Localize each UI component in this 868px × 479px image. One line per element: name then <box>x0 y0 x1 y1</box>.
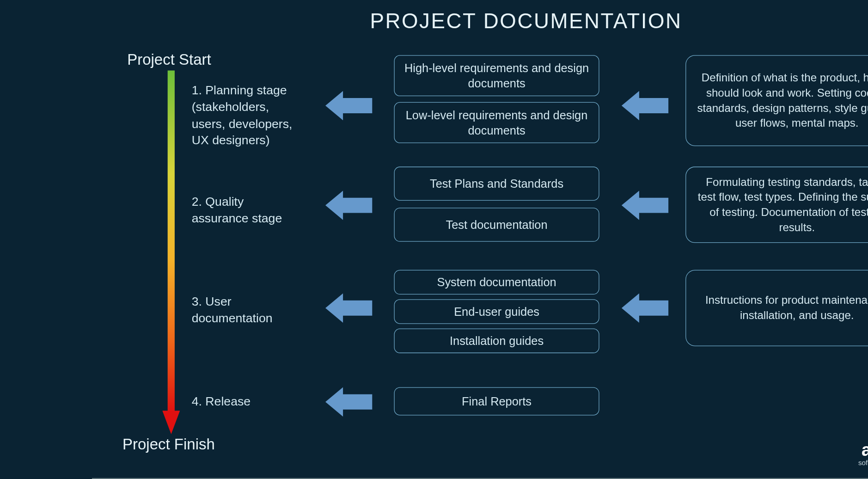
arrow-left-icon <box>622 88 669 123</box>
svg-marker-1 <box>162 411 180 434</box>
doc-box: Test documentation <box>394 208 599 242</box>
stage-3-label: 3. User documentation <box>192 293 321 326</box>
stage-1-label: 1. Planning stage (stakeholders, users, … <box>192 82 321 149</box>
stage-3-description: Instructions for product maintenance, in… <box>685 270 868 346</box>
brand-name: altexsoft <box>858 440 868 460</box>
svg-marker-2 <box>325 91 373 120</box>
arrow-left-icon <box>325 290 373 325</box>
doc-box: System documentation <box>394 270 599 295</box>
doc-box: Installation guides <box>394 329 599 353</box>
brand-tagline: software r&d engineering <box>858 459 868 467</box>
svg-marker-4 <box>325 190 373 220</box>
doc-box: High-level requirements and design docum… <box>394 55 599 96</box>
stage-2-label: 2. Quality assurance stage <box>192 194 321 227</box>
doc-box: End-user guides <box>394 299 599 324</box>
doc-box: Final Reports <box>394 387 599 415</box>
timeline-finish-label: Project Finish <box>122 436 215 454</box>
brand-logo: altexsoft software r&d engineering <box>858 411 868 467</box>
stage-4-label: 4. Release <box>192 393 321 410</box>
svg-marker-5 <box>622 190 669 220</box>
doc-box: Test Plans and Standards <box>394 166 599 201</box>
timeline-start-label: Project Start <box>127 50 211 68</box>
svg-marker-7 <box>622 293 669 322</box>
arrow-left-icon <box>325 384 373 419</box>
arrow-left-icon <box>622 188 669 223</box>
svg-marker-8 <box>325 387 373 416</box>
svg-marker-6 <box>325 293 373 322</box>
svg-marker-3 <box>622 91 669 120</box>
page-title: PROJECT DOCUMENTATION <box>92 9 868 33</box>
timeline-arrow-icon <box>162 70 180 434</box>
stage-1-description: Definition of what is the product, how i… <box>685 55 868 146</box>
arrow-left-icon <box>325 88 373 123</box>
doc-box: Low-level requirements and design docume… <box>394 102 599 143</box>
arrow-left-icon <box>325 188 373 223</box>
stage-2-description: Formulating testing standards, tasks, te… <box>685 166 868 243</box>
svg-rect-0 <box>168 70 175 413</box>
arrow-left-icon <box>622 290 669 325</box>
